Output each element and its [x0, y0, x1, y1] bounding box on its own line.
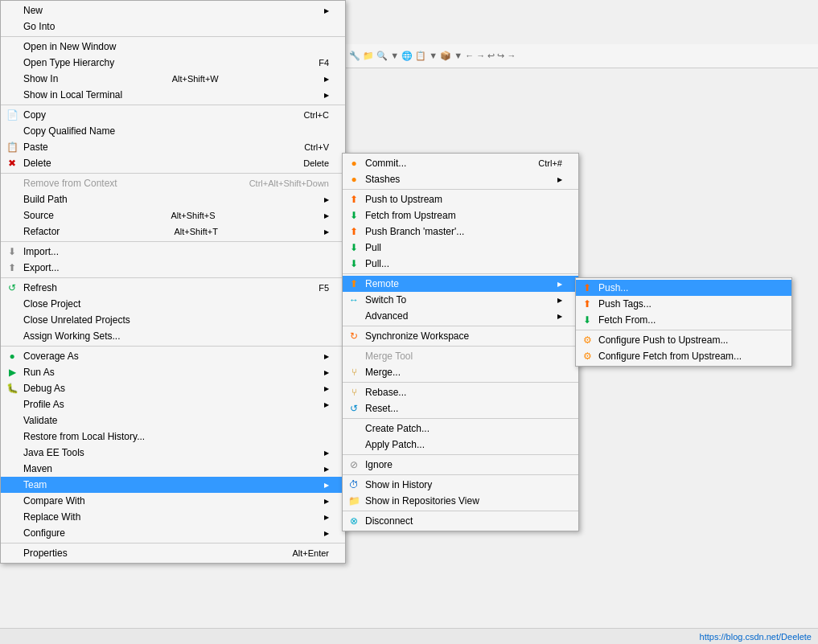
menu-item-paste-shortcut: Ctrl+V [288, 142, 329, 152]
menu-item-configure-push[interactable]: ⚙Configure Push to Upstream... [576, 332, 791, 348]
menu-item-delete[interactable]: ✖DeleteDelete [1, 155, 345, 171]
menu-item-debug-as[interactable]: 🐛Debug As▶ [1, 380, 345, 396]
menu-item-properties[interactable]: PropertiesAlt+Enter [1, 545, 345, 561]
menu-item-open-type-hierarchy[interactable]: Open Type HierarchyF4 [1, 55, 345, 71]
fetch-upstream-icon: ⬇ [347, 209, 360, 222]
menu-item-refresh[interactable]: ↺RefreshF5 [1, 280, 345, 296]
menu-item-remote[interactable]: ⬆Remote▶ [343, 276, 578, 292]
show-repo-view-icon: 📁 [347, 494, 360, 507]
menu-item-replace-with[interactable]: Replace With▶ [1, 509, 345, 525]
menu-item-team[interactable]: Team▶ [1, 477, 345, 493]
menu-item-refactor[interactable]: RefactorAlt+Shift+T▶ [1, 224, 345, 240]
menu-item-copy-label: Copy [23, 109, 46, 121]
menu-item-create-patch-label: Create Patch... [365, 423, 430, 434]
menu-item-compare-with[interactable]: Compare With▶ [1, 493, 345, 509]
menu-item-properties-shortcut: Alt+Enter [276, 548, 329, 558]
menu-item-new-label: New [23, 5, 43, 16]
menu-item-refresh-label: Refresh [23, 282, 57, 293]
menu-item-copy[interactable]: 📄CopyCtrl+C [1, 107, 345, 123]
menu-item-paste-label: Paste [23, 142, 48, 153]
menu-item-create-patch[interactable]: Create Patch... [343, 420, 578, 437]
menu-item-remove-context-shortcut: Ctrl+Alt+Shift+Down [233, 178, 329, 188]
menu-item-reset[interactable]: ↺Reset... [343, 400, 578, 416]
menu-item-configure[interactable]: Configure▶ [1, 525, 345, 541]
menu-item-refresh-shortcut: F5 [302, 283, 329, 293]
menu-item-java-ee-tools-arrow: ▶ [316, 449, 329, 457]
menu-item-push[interactable]: ⬆Push... [576, 280, 791, 296]
menu-item-pull[interactable]: ⬇Pull [343, 240, 578, 256]
ignore-icon: ⊘ [347, 458, 360, 471]
menu-item-rebase[interactable]: ⑂Rebase... [343, 384, 578, 400]
remote-submenu: ⬆Push...⬆Push Tags...⬇Fetch From...⚙Conf… [575, 277, 792, 367]
menu-item-new[interactable]: New▶ [1, 2, 345, 18]
menu-separator [1, 173, 345, 174]
configure-fetch-icon: ⚙ [581, 350, 594, 363]
menu-item-source[interactable]: SourceAlt+Shift+S▶ [1, 207, 345, 224]
menu-item-close-unrelated[interactable]: Close Unrelated Projects [1, 312, 345, 328]
menu-item-fetch-from-label: Fetch From... [598, 314, 656, 326]
export-icon: ⬆ [6, 261, 18, 274]
menu-item-copy-qualified-name[interactable]: Copy Qualified Name [1, 123, 345, 139]
menu-item-push-label: Push... [598, 282, 628, 293]
menu-item-open-type-hierarchy-label: Open Type Hierarchy [23, 57, 114, 68]
menu-item-refactor-shortcut: Alt+Shift+T [158, 227, 217, 236]
menu-item-assign-working-sets[interactable]: Assign Working Sets... [1, 328, 345, 344]
menu-separator [343, 346, 578, 347]
menu-item-validate-label: Validate [23, 415, 57, 426]
menu-item-import[interactable]: ⬇Import... [1, 244, 345, 260]
menu-item-maven-arrow: ▶ [316, 466, 329, 473]
menu-item-show-history[interactable]: ⏱Show in History [343, 477, 578, 493]
menu-item-show-local-terminal-arrow: ▶ [316, 92, 329, 99]
menu-item-push-branch[interactable]: ⬆Push Branch 'master'... [343, 224, 578, 240]
merge-icon: ⑂ [347, 366, 360, 379]
menu-item-show-in[interactable]: Show InAlt+Shift+W▶ [1, 71, 345, 87]
menu-item-commit[interactable]: ●Commit...Ctrl+# [343, 155, 578, 171]
menu-item-export[interactable]: ⬆Export... [1, 260, 345, 276]
menu-item-fetch-from[interactable]: ⬇Fetch From... [576, 312, 791, 328]
menu-item-run-as[interactable]: ▶Run As▶ [1, 364, 345, 380]
menu-item-pull-label: Pull [365, 242, 381, 253]
menu-item-apply-patch-label: Apply Patch... [365, 439, 425, 450]
menu-item-show-in-label: Show In [23, 73, 58, 84]
menu-item-merge-tool-label: Merge Tool [365, 351, 413, 362]
menu-item-validate[interactable]: Validate [1, 412, 345, 429]
menu-item-switch-to[interactable]: ↔Switch To▶ [343, 292, 578, 308]
menu-item-coverage-as-label: Coverage As [23, 351, 79, 362]
menu-item-open-new-window[interactable]: Open in New Window [1, 39, 345, 55]
menu-item-apply-patch[interactable]: Apply Patch... [343, 437, 578, 453]
synchronize-icon: ↻ [347, 330, 360, 343]
menu-item-source-arrow: ▶ [316, 212, 329, 219]
menu-item-show-in-shortcut: Alt+Shift+W [156, 74, 219, 84]
menu-item-disconnect[interactable]: ⊗Disconnect [343, 513, 578, 529]
menu-item-restore-history[interactable]: Restore from Local History... [1, 429, 345, 445]
menu-item-push-tags[interactable]: ⬆Push Tags... [576, 296, 791, 312]
menu-item-import-label: Import... [23, 246, 59, 257]
menu-item-export-label: Export... [23, 262, 60, 273]
menu-item-ignore[interactable]: ⊘Ignore [343, 457, 578, 473]
menu-item-synchronize[interactable]: ↻Synchronize Workspace [343, 328, 578, 344]
menu-item-close-project[interactable]: Close Project [1, 296, 345, 312]
menu-item-debug-as-label: Debug As [23, 383, 65, 394]
menu-item-paste[interactable]: 📋PasteCtrl+V [1, 139, 345, 155]
menu-item-show-local-terminal[interactable]: Show in Local Terminal▶ [1, 87, 345, 103]
menu-item-merge[interactable]: ⑂Merge... [343, 364, 578, 380]
menu-item-build-path[interactable]: Build Path▶ [1, 191, 345, 207]
menu-item-pull-dots[interactable]: ⬇Pull... [343, 256, 578, 272]
menu-item-show-in-arrow: ▶ [316, 76, 329, 83]
menu-item-configure-fetch[interactable]: ⚙Configure Fetch from Upstream... [576, 348, 791, 364]
menu-item-maven[interactable]: Maven▶ [1, 461, 345, 477]
menu-item-advanced[interactable]: Advanced▶ [343, 308, 578, 324]
menu-item-coverage-as[interactable]: ●Coverage As▶ [1, 348, 345, 364]
menu-item-profile-as[interactable]: Profile As▶ [1, 396, 345, 412]
menu-item-go-into[interactable]: Go Into [1, 18, 345, 35]
menu-separator [343, 382, 578, 383]
menu-item-java-ee-tools[interactable]: Java EE Tools▶ [1, 445, 345, 461]
menu-item-push-upstream-label: Push to Upstream [365, 194, 442, 205]
menu-item-fetch-upstream[interactable]: ⬇Fetch from Upstream [343, 207, 578, 224]
menu-item-show-repo-view[interactable]: 📁Show in Repositories View [343, 493, 578, 509]
menu-item-merge-tool: Merge Tool [343, 348, 578, 364]
menu-item-stashes[interactable]: ●Stashes▶ [343, 171, 578, 187]
import-icon: ⬇ [6, 245, 18, 258]
menu-item-java-ee-tools-label: Java EE Tools [23, 447, 84, 458]
menu-item-push-upstream[interactable]: ⬆Push to Upstream [343, 191, 578, 207]
